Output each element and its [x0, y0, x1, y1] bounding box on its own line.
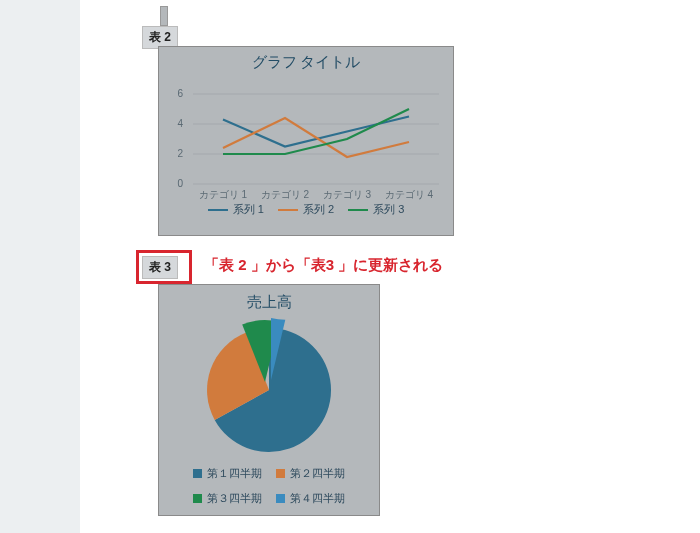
- legend-item-1: 系列 1: [208, 202, 264, 217]
- caption-fig3-text: 表 3: [149, 260, 171, 274]
- ytick-2: 4: [177, 118, 183, 129]
- pie-label-1: 第１四半期: [207, 466, 262, 481]
- ytick-0: 0: [177, 178, 183, 189]
- xcat-2: カテゴリ 3: [323, 189, 372, 200]
- caption-fig2-text: 表 2: [149, 30, 171, 44]
- pie-swatch-3: [193, 494, 202, 503]
- pie-swatch-4: [276, 494, 285, 503]
- pie-swatch-2: [276, 469, 285, 478]
- legend-swatch-2: [278, 209, 298, 211]
- line-chart-plot: 0 2 4 6 カテゴリ 1 カテゴリ 2 カテゴリ 3 カテゴリ 4: [159, 72, 453, 202]
- ytick-3: 6: [177, 88, 183, 99]
- legend-item-3: 系列 3: [348, 202, 404, 217]
- line-chart-title: グラフ タイトル: [159, 47, 453, 72]
- pie-legend-3: 第３四半期: [193, 491, 262, 506]
- xcat-1: カテゴリ 2: [261, 189, 310, 200]
- legend-swatch-3: [348, 209, 368, 211]
- document-page: 表 2 グラフ タイトル 0 2 4 6: [80, 0, 700, 533]
- series-1-line: [223, 117, 409, 147]
- line-chart: グラフ タイトル 0 2 4 6 カテゴリ 1 カテゴリ: [158, 46, 454, 236]
- xcat-0: カテゴリ 1: [199, 189, 248, 200]
- pie-legend-1: 第１四半期: [193, 466, 262, 481]
- pie-chart-plot: [159, 312, 379, 462]
- pie-legend-2: 第２四半期: [276, 466, 345, 481]
- legend-label-3: 系列 3: [373, 202, 404, 217]
- legend-item-2: 系列 2: [278, 202, 334, 217]
- line-chart-legend: 系列 1 系列 2 系列 3: [159, 202, 453, 217]
- xcat-3: カテゴリ 4: [385, 189, 434, 200]
- legend-swatch-1: [208, 209, 228, 211]
- legend-label-2: 系列 2: [303, 202, 334, 217]
- ytick-1: 2: [177, 148, 183, 159]
- left-margin: [0, 0, 80, 533]
- pie-chart-legend: 第１四半期 第２四半期 第３四半期 第４四半期: [174, 466, 364, 506]
- annotation-text: 「表 2 」から「表3 」に更新される: [204, 256, 443, 275]
- pie-swatch-1: [193, 469, 202, 478]
- pie-label-4: 第４四半期: [290, 491, 345, 506]
- pie-chart: 売上高 第１四半期 第２四半期 第３四半期: [158, 284, 380, 516]
- prev-object-fragment: [160, 6, 168, 26]
- pie-legend-4: 第４四半期: [276, 491, 345, 506]
- caption-fig3: 表 3: [142, 256, 178, 279]
- legend-label-1: 系列 1: [233, 202, 264, 217]
- pie-chart-title: 売上高: [159, 285, 379, 312]
- pie-label-2: 第２四半期: [290, 466, 345, 481]
- pie-label-3: 第３四半期: [207, 491, 262, 506]
